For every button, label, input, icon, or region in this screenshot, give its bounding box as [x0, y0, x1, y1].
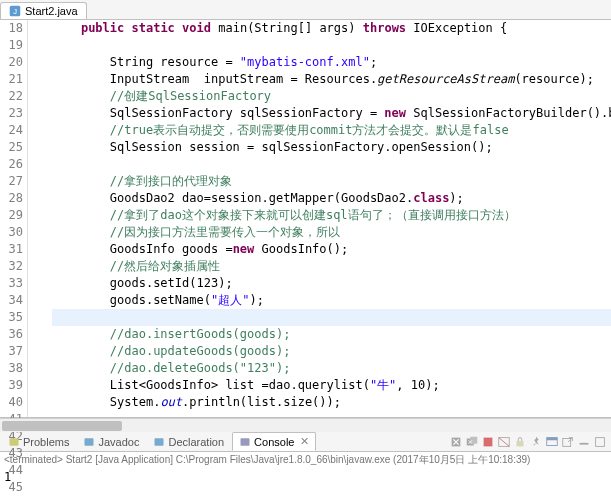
code-line [52, 156, 611, 173]
tab-console[interactable]: Console✕ [232, 432, 316, 451]
code-line: public static void main(String[] args) t… [52, 20, 611, 37]
line-number: 18 [0, 20, 23, 37]
tab-close-icon[interactable]: ✕ [300, 435, 309, 448]
java-file-icon: J [9, 5, 21, 17]
svg-rect-15 [596, 437, 605, 446]
svg-rect-2 [10, 438, 19, 446]
tab-declaration[interactable]: Declaration [147, 432, 230, 451]
clear-console-icon[interactable] [497, 435, 511, 449]
line-number: 39 [0, 377, 23, 394]
console-icon [239, 436, 251, 448]
line-number: 21 [0, 71, 23, 88]
line-number: 33 [0, 275, 23, 292]
line-number: 35 [0, 309, 23, 326]
line-number: 28 [0, 190, 23, 207]
remove-launch-icon[interactable] [449, 435, 463, 449]
code-line: //dao.updateGoods(goods); [52, 343, 611, 360]
code-line: //dao.insertGoods(goods); [52, 326, 611, 343]
svg-rect-11 [517, 441, 524, 446]
code-line [52, 309, 611, 326]
declaration-icon [153, 436, 165, 448]
editor-tabbar: J Start2.java [0, 0, 611, 20]
code-line: InputStream inputStream = Resources.getR… [52, 71, 611, 88]
scroll-lock-icon[interactable] [513, 435, 527, 449]
code-line [52, 37, 611, 54]
svg-rect-4 [155, 438, 164, 446]
code-line: GoodsInfo goods =new GoodsInfo(); [52, 241, 611, 258]
tab-problems[interactable]: Problems [2, 432, 75, 451]
line-number: 36 [0, 326, 23, 343]
line-number: 23 [0, 105, 23, 122]
code-line: //拿到接口的代理对象 [52, 173, 611, 190]
console-header: <terminated> Start2 [Java Application] C… [0, 452, 611, 468]
code-line: String resource = "mybatis-conf.xml"; [52, 54, 611, 71]
javadoc-icon [83, 436, 95, 448]
display-console-icon[interactable] [545, 435, 559, 449]
code-line: System.out.println(list.size()); [52, 394, 611, 411]
tab-label: Problems [23, 436, 69, 448]
line-number: 30 [0, 224, 23, 241]
scrollbar-thumb[interactable] [2, 421, 122, 431]
tab-label: Console [254, 436, 294, 448]
code-line: goods.setName("超人"); [52, 292, 611, 309]
code-line: SqlSession session = sqlSessionFactory.o… [52, 139, 611, 156]
line-number: 26 [0, 156, 23, 173]
bottom-panel-tabs: ProblemsJavadocDeclarationConsole✕ [0, 432, 611, 452]
console-toolbar [449, 435, 611, 449]
line-number: 29 [0, 207, 23, 224]
svg-rect-14 [563, 438, 571, 446]
line-number: 38 [0, 360, 23, 377]
line-number: 32 [0, 258, 23, 275]
line-number: 24 [0, 122, 23, 139]
console-output[interactable]: 1 [0, 468, 611, 498]
code-editor: 1819202122232425262728293031323334353637… [0, 20, 611, 418]
tab-javadoc[interactable]: Javadoc [77, 432, 145, 451]
line-number: 22 [0, 88, 23, 105]
line-number-gutter: 1819202122232425262728293031323334353637… [0, 20, 28, 417]
problems-icon [8, 436, 20, 448]
line-number: 37 [0, 343, 23, 360]
code-line: List<GoodsInfo> list =dao.querylist("牛",… [52, 377, 611, 394]
pin-console-icon[interactable] [529, 435, 543, 449]
minimize-icon[interactable] [577, 435, 591, 449]
line-number: 27 [0, 173, 23, 190]
line-number: 19 [0, 37, 23, 54]
code-line: //然后给对象插属性 [52, 258, 611, 275]
code-line: //拿到了dao这个对象接下来就可以创建sql语句了；（直接调用接口方法） [52, 207, 611, 224]
svg-rect-5 [241, 438, 250, 446]
line-number: 34 [0, 292, 23, 309]
code-line: //因为接口方法里需要传入一个对象，所以 [52, 224, 611, 241]
code-line: //创建SqlSessionFactory [52, 88, 611, 105]
code-line: goods.setId(123); [52, 275, 611, 292]
svg-rect-3 [85, 438, 94, 446]
code-line: GoodsDao2 dao=session.getMapper(GoodsDao… [52, 190, 611, 207]
svg-text:J: J [13, 7, 17, 16]
file-tab[interactable]: J Start2.java [0, 2, 87, 19]
line-number: 20 [0, 54, 23, 71]
svg-rect-9 [484, 437, 493, 446]
tab-label: Javadoc [98, 436, 139, 448]
remove-all-icon[interactable] [465, 435, 479, 449]
line-number: 31 [0, 241, 23, 258]
code-line [52, 411, 611, 417]
file-tab-title: Start2.java [25, 5, 78, 17]
svg-rect-13 [547, 437, 558, 440]
tab-label: Declaration [168, 436, 224, 448]
maximize-icon[interactable] [593, 435, 607, 449]
open-console-icon[interactable] [561, 435, 575, 449]
terminate-icon[interactable] [481, 435, 495, 449]
line-number: 40 [0, 394, 23, 411]
code-line: //dao.deleteGoods("123"); [52, 360, 611, 377]
code-line: //true表示自动提交，否则需要使用commit方法才会提交。默认是false [52, 122, 611, 139]
horizontal-scrollbar[interactable] [0, 418, 611, 432]
code-line: SqlSessionFactory sqlSessionFactory = ne… [52, 105, 611, 122]
code-area[interactable]: public static void main(String[] args) t… [28, 20, 611, 417]
line-number: 25 [0, 139, 23, 156]
